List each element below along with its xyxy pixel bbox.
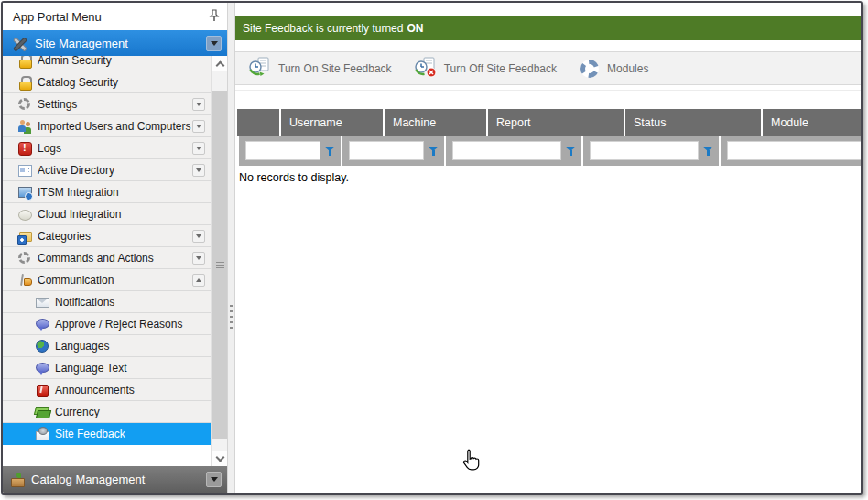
column-header-module[interactable]: Module [763, 109, 861, 136]
sidebar-item-language-text[interactable]: Language Text [3, 357, 211, 379]
gear-icon [17, 97, 32, 112]
funnel-icon[interactable] [565, 146, 576, 157]
chevron-down-icon[interactable] [192, 98, 205, 111]
chevron-down-icon[interactable] [192, 164, 205, 177]
sidebar-item-notifications[interactable]: Notifications [3, 291, 211, 313]
username-filter-input[interactable] [245, 141, 320, 160]
sidebar-item-communication[interactable]: Communication [3, 269, 211, 291]
funnel-icon[interactable] [428, 146, 439, 157]
speech-bubble-icon [35, 317, 49, 332]
sidebar-item-categories[interactable]: Categories [3, 225, 211, 247]
module-filter-input[interactable] [727, 141, 863, 160]
lock-icon [17, 75, 32, 90]
gear-icon [17, 251, 32, 266]
sidebar-scrollbar[interactable] [211, 56, 227, 466]
globe-icon [35, 339, 49, 353]
main-content: Site Feedback is currently turned ON [234, 3, 861, 493]
sidebar-item-cloud-integration[interactable]: Cloud Integration [3, 203, 211, 225]
funnel-icon[interactable] [702, 146, 713, 157]
empty-grid-message: No records to display. [239, 171, 349, 184]
sidebar-item-announcements[interactable]: Announcements [3, 379, 211, 401]
sidebar-item-approve-reject-reasons[interactable]: Approve / Reject Reasons [3, 313, 211, 335]
chevron-up-icon[interactable] [192, 274, 205, 287]
machine-filter-input[interactable] [349, 141, 424, 160]
report-filter-input[interactable] [452, 141, 561, 160]
flag-icon [17, 273, 32, 288]
sidebar-item-label: Settings [38, 98, 77, 111]
turn-off-site-feedback-button[interactable]: Turn Off Site Feedback [410, 54, 560, 82]
sidebar-item-label: Logs [38, 142, 61, 155]
sidebar-item-catalog-security[interactable]: Catalog Security [3, 71, 211, 93]
feedback-off-icon [414, 56, 438, 81]
turn-on-site-feedback-button[interactable]: Turn On Site Feedback [244, 54, 396, 82]
toolbar-separator [235, 90, 861, 91]
modules-button[interactable]: Modules [575, 56, 652, 82]
group-label: Site Management [35, 37, 227, 50]
splitter-grip-icon [230, 305, 233, 329]
toolbar-button-label: Modules [607, 62, 648, 75]
scrollbar-thumb[interactable] [212, 91, 227, 439]
toolbar: Turn On Site Feedback [235, 51, 861, 85]
chevron-down-icon[interactable] [206, 36, 222, 51]
chevron-down-icon[interactable] [192, 252, 205, 265]
filter-cell-status [583, 136, 719, 166]
column-header-username[interactable]: Username [281, 109, 383, 136]
monitor-gear-icon [17, 185, 32, 200]
panel-splitter[interactable] [227, 3, 234, 493]
announcement-icon [35, 383, 49, 397]
column-header-report[interactable]: Report [488, 109, 624, 136]
sidebar-item-label: Site Feedback [55, 428, 125, 440]
lock-icon [17, 56, 32, 68]
sidebar-item-label: Currency [55, 406, 100, 418]
column-header-machine[interactable]: Machine [385, 109, 486, 136]
sidebar-item-imported-users-and-computers[interactable]: Imported Users and Computers [3, 115, 211, 137]
chevron-down-icon[interactable] [192, 142, 205, 155]
chevron-down-icon[interactable] [192, 120, 205, 133]
sidebar-item-site-feedback[interactable]: Site Feedback [3, 423, 211, 445]
gear-icon [579, 58, 601, 80]
sidebar-item-commands-and-actions[interactable]: Commands and Actions [3, 247, 211, 269]
sidebar-item-label: Admin Security [38, 56, 112, 67]
sidebar-item-label: Cloud Integration [38, 208, 121, 221]
sidebar-item-active-directory[interactable]: Active Directory [3, 159, 211, 181]
grid-header-row: Username Machine Report Status Module [237, 109, 861, 136]
sidebar-item-logs[interactable]: Logs [3, 137, 211, 159]
sidebar-item-currency[interactable]: Currency [3, 401, 211, 423]
chevron-down-icon[interactable] [192, 230, 205, 243]
sidebar-item-label: Imported Users and Computers [38, 120, 190, 133]
column-header-status[interactable]: Status [625, 109, 761, 136]
funnel-icon[interactable] [324, 146, 335, 157]
toolbar-button-label: Turn On Site Feedback [278, 62, 392, 75]
filter-cell-machine [342, 136, 444, 166]
status-banner: Site Feedback is currently turned ON [235, 16, 861, 40]
sidebar-item-admin-security[interactable]: Admin Security [3, 56, 211, 71]
sidebar-item-languages[interactable]: Languages [3, 335, 211, 357]
mail-feedback-icon [35, 427, 49, 441]
group-header-site-management[interactable]: Site Management [3, 30, 227, 56]
chevron-up-icon [215, 61, 224, 71]
scroll-up-button[interactable] [212, 56, 227, 71]
sidebar-item-label: Language Text [55, 362, 127, 375]
filter-cell-module [721, 136, 863, 166]
envelope-icon [35, 295, 49, 310]
sidebar-item-itsm-integration[interactable]: ITSM Integration [3, 181, 211, 203]
tools-icon [10, 35, 28, 51]
group-header-catalog-management[interactable]: Catalog Management [3, 466, 227, 493]
app-window: App Portal Menu Site Management Admin Se… [1, 1, 863, 495]
grid-filter-row [237, 136, 861, 166]
filter-cell-report [446, 136, 581, 166]
scroll-down-button[interactable] [212, 451, 227, 466]
sidebar-item-settings[interactable]: Settings [3, 93, 211, 115]
sidebar-item-label: Catalog Security [38, 76, 118, 89]
users-icon [17, 119, 32, 134]
chevron-down-icon[interactable] [206, 472, 222, 487]
feedback-grid: Username Machine Report Status Module [237, 109, 861, 166]
status-filter-input[interactable] [590, 141, 699, 160]
sidebar-header: App Portal Menu [3, 3, 227, 30]
contact-card-icon [17, 163, 32, 178]
status-banner-text: Site Feedback is currently turned [243, 22, 403, 35]
sidebar-item-label: Commands and Actions [38, 252, 154, 265]
sidebar-item-label: Notifications [55, 296, 114, 309]
pin-icon[interactable] [209, 9, 220, 25]
status-banner-state: ON [407, 22, 423, 35]
